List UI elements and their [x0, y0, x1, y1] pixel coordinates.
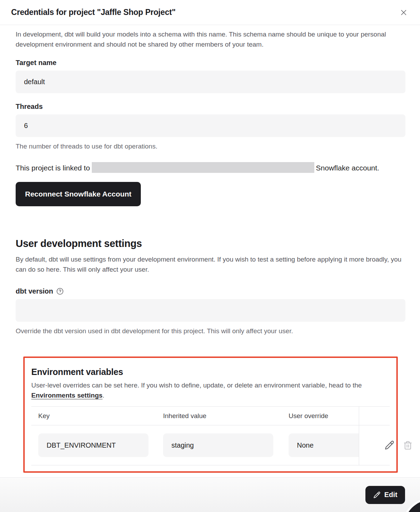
user-dev-settings-description: By default, dbt will use settings from y…: [16, 254, 405, 274]
column-header-actions: [359, 407, 390, 425]
env-var-inherited-value: staging: [171, 441, 194, 449]
reconnect-snowflake-label: Reconnect Snowflake Account: [25, 190, 131, 198]
column-header-inherited-value: Inherited value: [156, 412, 282, 420]
schema-description: In development, dbt will build your mode…: [16, 29, 405, 49]
help-icon[interactable]: [56, 288, 64, 295]
environment-variables-heading: Environment variables: [31, 367, 390, 377]
threads-value: 6: [24, 122, 28, 130]
linked-account-text-after: Snowflake account.: [316, 164, 379, 172]
pencil-icon: [384, 440, 395, 450]
env-var-override-field[interactable]: None: [289, 433, 359, 457]
target-name-value: default: [24, 78, 45, 86]
target-name-label: Target name: [16, 59, 405, 67]
environment-variables-section: Environment variables User-level overrid…: [23, 357, 398, 473]
target-name-input[interactable]: default: [16, 71, 405, 93]
edit-row-button[interactable]: [384, 440, 395, 450]
dbt-version-label: dbt version: [16, 287, 53, 295]
environments-settings-link[interactable]: Environments settings: [31, 392, 103, 399]
env-var-inherited-field[interactable]: staging: [163, 433, 273, 457]
environment-variables-table: Key Inherited value User override DBT_EN…: [31, 406, 390, 465]
column-header-user-override: User override: [282, 412, 359, 420]
dbt-version-help-text: Override the dbt version used in dbt dev…: [16, 327, 405, 335]
linked-account-text: This project is linked toSnowflake accou…: [16, 162, 384, 174]
modal-body: In development, dbt will build your mode…: [0, 25, 420, 473]
edit-button-label: Edit: [384, 491, 397, 499]
env-desc-period: .: [103, 392, 104, 399]
threads-help-text: The number of threads to use for dbt ope…: [16, 142, 405, 150]
edit-button[interactable]: Edit: [365, 486, 405, 504]
user-dev-settings-heading: User development settings: [16, 238, 405, 249]
env-desc-text: User-level overrides can be set here. If…: [31, 382, 362, 389]
close-button[interactable]: [398, 7, 410, 18]
delete-row-button[interactable]: [403, 440, 413, 450]
column-header-key: Key: [31, 412, 156, 420]
threads-input[interactable]: 6: [16, 114, 405, 137]
reconnect-snowflake-button[interactable]: Reconnect Snowflake Account: [16, 182, 141, 206]
env-var-override-value: None: [297, 441, 314, 449]
trash-icon: [403, 440, 413, 450]
environment-variables-description: User-level overrides can be set here. If…: [31, 380, 390, 400]
table-header-row: Key Inherited value User override: [31, 406, 390, 425]
modal-footer: Edit: [0, 477, 420, 512]
modal-title: Credentials for project "Jaffle Shop Pro…: [11, 8, 176, 17]
modal-header: Credentials for project "Jaffle Shop Pro…: [0, 0, 420, 25]
env-var-key-field[interactable]: DBT_ENVIRONMENT: [38, 433, 148, 457]
dbt-version-input[interactable]: [16, 299, 405, 322]
edit-pencil-icon: [373, 491, 381, 499]
threads-label: Threads: [16, 103, 405, 111]
close-icon: [399, 8, 408, 17]
env-var-key-value: DBT_ENVIRONMENT: [47, 441, 116, 449]
linked-account-text-before: This project is linked to: [16, 164, 90, 172]
table-row: DBT_ENVIRONMENT staging None: [31, 425, 390, 465]
redacted-account-name: [92, 162, 314, 173]
